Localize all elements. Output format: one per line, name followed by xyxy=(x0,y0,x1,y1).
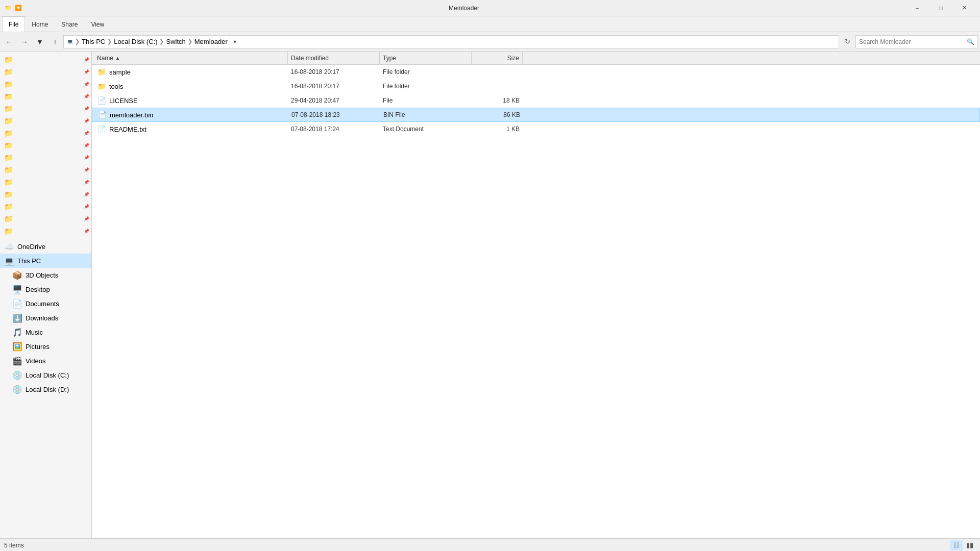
details-view-button[interactable]: ☷ xyxy=(950,540,963,550)
downloads-label: Downloads xyxy=(26,314,87,322)
close-button[interactable]: ✕ xyxy=(952,0,976,16)
pin-icon-9: 📌 xyxy=(84,155,89,160)
sidebar-pin-11[interactable]: 📁 📌 xyxy=(0,176,91,188)
tab-view[interactable]: View xyxy=(84,16,111,32)
sidebar-item-this-pc[interactable]: 💻 This PC xyxy=(0,254,91,268)
file-list: 📁 sample 16-08-2018 20:17 File folder 📁 … xyxy=(92,65,980,538)
table-row[interactable]: 📄 README.txt 07-08-2018 17:24 Text Docum… xyxy=(92,122,980,136)
search-input[interactable] xyxy=(859,38,965,45)
pin-folder-icon-11: 📁 xyxy=(4,178,13,186)
address-dropdown-button[interactable]: ▼ xyxy=(230,35,240,48)
sidebar-item-local-disk-c[interactable]: 💿 Local Disk (C:) xyxy=(0,368,91,382)
pin-icon-13: 📌 xyxy=(84,204,89,209)
file-date-cell-2: 29-04-2018 20:47 xyxy=(288,97,380,104)
sidebar-pin-1[interactable]: 📁 📌 xyxy=(0,54,91,66)
sidebar-pin-14[interactable]: 📁 📌 xyxy=(0,213,91,225)
view-buttons: ☷ ▮▮ xyxy=(950,540,976,550)
maximize-button[interactable]: □ xyxy=(929,0,952,16)
app-icon: 📁 xyxy=(4,4,12,12)
sidebar-pin-10[interactable]: 📁 📌 xyxy=(0,164,91,176)
3d-objects-icon: 📦 xyxy=(12,270,22,280)
file-name-4: README.txt xyxy=(109,126,146,133)
table-row[interactable]: 📁 sample 16-08-2018 20:17 File folder xyxy=(92,65,980,79)
column-headers: Name ▲ Date modified Type Size xyxy=(92,52,980,65)
downloads-icon: ⬇️ xyxy=(12,313,22,323)
recent-locations-button[interactable]: ▼ xyxy=(33,35,47,49)
pin-folder-icon-7: 📁 xyxy=(4,129,13,137)
file-icon-2: 📄 xyxy=(97,96,106,105)
sidebar-pin-3[interactable]: 📁 📌 xyxy=(0,78,91,90)
sidebar-item-onedrive[interactable]: ☁️ OneDrive xyxy=(0,239,91,254)
file-type-cell-4: Text Document xyxy=(380,126,472,133)
file-size-cell-4: 1 KB xyxy=(472,126,523,133)
pin-icon-2: 📌 xyxy=(84,69,89,74)
back-button[interactable]: ← xyxy=(2,35,16,49)
pin-folder-icon-3: 📁 xyxy=(4,80,13,88)
folder-icon-1: 📁 xyxy=(97,82,106,90)
pin-icon-6: 📌 xyxy=(84,118,89,123)
sidebar-pin-4[interactable]: 📁 📌 xyxy=(0,90,91,103)
address-bar: ← → ▼ ↑ 💻 ❯ This PC ❯ Local Disk (C:) ❯ … xyxy=(0,32,980,52)
path-this-pc[interactable]: This PC xyxy=(82,38,105,45)
search-box[interactable]: 🔍 xyxy=(855,35,978,48)
sidebar-pin-12[interactable]: 📁 📌 xyxy=(0,188,91,201)
file-name-cell-1: 📁 tools xyxy=(94,82,288,90)
large-icons-view-button[interactable]: ▮▮ xyxy=(964,540,976,550)
file-type-cell-3: BIN File xyxy=(380,111,472,118)
path-switch[interactable]: Switch xyxy=(166,38,185,45)
quick-access-icon[interactable]: 🔽 xyxy=(14,4,22,12)
pin-folder-icon-5: 📁 xyxy=(4,105,13,113)
sidebar-item-downloads[interactable]: ⬇️ Downloads xyxy=(0,311,91,325)
sidebar-pin-5[interactable]: 📁 📌 xyxy=(0,103,91,115)
pin-folder-icon-12: 📁 xyxy=(4,190,13,198)
ribbon: File Home Share View xyxy=(0,16,980,32)
up-button[interactable]: ↑ xyxy=(48,35,62,49)
file-name-cell-4: 📄 README.txt xyxy=(94,125,288,133)
sidebar-pin-13[interactable]: 📁 📌 xyxy=(0,201,91,213)
sidebar-pin-2[interactable]: 📁 📌 xyxy=(0,66,91,78)
sidebar-item-pictures[interactable]: 🖼️ Pictures xyxy=(0,339,91,354)
sidebar-item-documents[interactable]: 📄 Documents xyxy=(0,296,91,311)
sidebar-item-local-disk-d[interactable]: 💿 Local Disk (D:) xyxy=(0,382,91,396)
sidebar-item-music[interactable]: 🎵 Music xyxy=(0,325,91,339)
col-header-date[interactable]: Date modified xyxy=(288,52,380,64)
videos-icon: 🎬 xyxy=(12,356,22,366)
minimize-button[interactable]: − xyxy=(905,0,929,16)
music-label: Music xyxy=(26,329,87,336)
file-date-cell-3: 07-08-2018 18:23 xyxy=(288,111,380,118)
tab-home[interactable]: Home xyxy=(25,16,55,32)
col-header-size[interactable]: Size xyxy=(472,52,523,64)
main-layout: 📁 📌 📁 📌 📁 📌 📁 📌 📁 📌 📁 📌 xyxy=(0,52,980,538)
col-header-name[interactable]: Name ▲ xyxy=(94,52,288,64)
path-sep-4: ❯ xyxy=(188,38,192,45)
sort-arrow-name: ▲ xyxy=(115,56,120,61)
path-memloader[interactable]: Memloader xyxy=(194,38,228,45)
table-row[interactable]: 📄 memloader.bin 07-08-2018 18:23 BIN Fil… xyxy=(92,108,980,122)
pin-icon-15: 📌 xyxy=(84,229,89,234)
sidebar-pin-6[interactable]: 📁 📌 xyxy=(0,115,91,127)
refresh-button[interactable]: ↻ xyxy=(840,35,854,48)
path-sep-3: ❯ xyxy=(159,38,164,45)
tab-share[interactable]: Share xyxy=(55,16,84,32)
sidebar-pin-15[interactable]: 📁 📌 xyxy=(0,225,91,237)
file-name-cell-2: 📄 LICENSE xyxy=(94,96,288,105)
file-icon-3: 📄 xyxy=(97,111,107,119)
documents-icon: 📄 xyxy=(12,299,22,309)
sidebar-item-desktop[interactable]: 🖥️ Desktop xyxy=(0,282,91,296)
forward-button[interactable]: → xyxy=(17,35,32,49)
file-type-cell-1: File folder xyxy=(380,83,472,90)
col-header-type[interactable]: Type xyxy=(380,52,472,64)
sidebar-pin-8[interactable]: 📁 📌 xyxy=(0,139,91,152)
table-row[interactable]: 📄 LICENSE 29-04-2018 20:47 File 18 KB xyxy=(92,93,980,108)
sidebar-item-videos[interactable]: 🎬 Videos xyxy=(0,354,91,368)
path-local-disk[interactable]: Local Disk (C:) xyxy=(114,38,157,45)
pin-icon-1: 📌 xyxy=(84,57,89,62)
file-date-cell-4: 07-08-2018 17:24 xyxy=(288,126,380,133)
sidebar-pin-9[interactable]: 📁 📌 xyxy=(0,152,91,164)
sidebar-pin-7[interactable]: 📁 📌 xyxy=(0,127,91,139)
tab-file[interactable]: File xyxy=(2,16,25,32)
file-name-1: tools xyxy=(109,83,123,90)
file-type-cell-0: File folder xyxy=(380,68,472,76)
sidebar-item-3d-objects[interactable]: 📦 3D Objects xyxy=(0,268,91,282)
table-row[interactable]: 📁 tools 16-08-2018 20:17 File folder xyxy=(92,79,980,93)
